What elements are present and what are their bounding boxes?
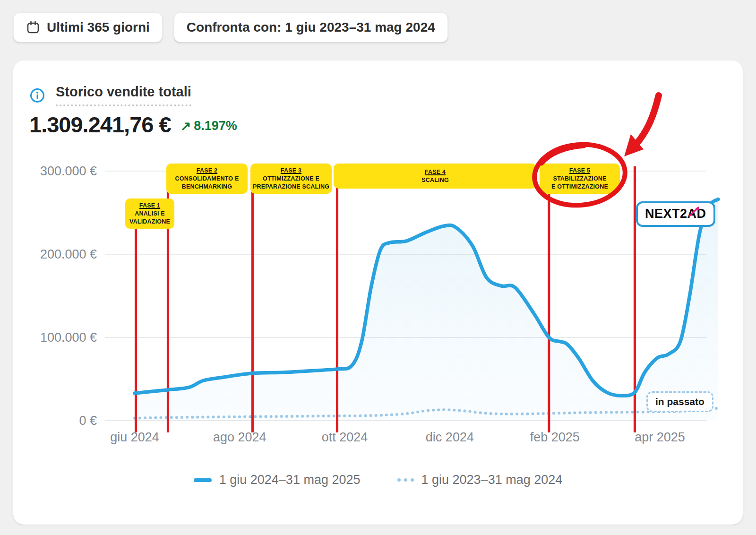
phase-box-fase-4: FASE 4 SCALING	[334, 164, 537, 189]
phase-box-fase-2: FASE 2 CONSOLIDAMENTO E BENCHMARKING	[166, 164, 248, 194]
svg-text:ott 2024: ott 2024	[322, 430, 368, 444]
x-axis-labels: giu 2024ago 2024ott 2024dic 2024feb 2025…	[110, 430, 685, 444]
phase-box-fase-1: FASE 1 ANALISI E VALIDAZIONE	[125, 198, 174, 229]
trend-up-icon: ↗	[180, 119, 191, 134]
legend-item-past: 1 giu 2023–31 mag 2024	[397, 473, 563, 487]
total-sales-value: 1.309.241,76 €	[29, 112, 171, 138]
compare-button[interactable]: Confronta con: 1 giu 2023–31 mag 2024	[174, 12, 448, 43]
brand-logo: NEXT2AD	[636, 201, 715, 227]
info-icon[interactable]	[29, 87, 45, 104]
date-range-button[interactable]: Ultimi 365 giorni	[13, 12, 163, 43]
y-axis-labels: 300.000 €200.000 €100.000 €0 €	[40, 164, 97, 428]
svg-text:apr 2025: apr 2025	[635, 430, 685, 444]
svg-text:100.000 €: 100.000 €	[40, 330, 97, 345]
date-range-label: Ultimi 365 giorni	[47, 20, 150, 35]
svg-text:300.000 €: 300.000 €	[40, 164, 97, 178]
svg-text:feb 2025: feb 2025	[530, 430, 580, 444]
calendar-icon	[26, 20, 40, 35]
chart-legend: 1 giu 2024–31 mag 2025 1 giu 2023–31 mag…	[13, 473, 743, 487]
sales-chart[interactable]: 300.000 €200.000 €100.000 €0 € giu 2024a…	[13, 155, 743, 448]
toolbar: Ultimi 365 giorni Confronta con: 1 giu 2…	[13, 12, 448, 43]
svg-text:200.000 €: 200.000 €	[40, 247, 97, 261]
svg-text:ago 2024: ago 2024	[213, 430, 266, 444]
delta-percent: 8.197%	[194, 119, 237, 133]
svg-text:0 €: 0 €	[79, 414, 97, 428]
svg-text:dic 2024: dic 2024	[426, 430, 474, 444]
delta-badge: ↗ 8.197%	[180, 116, 237, 134]
sales-history-card: Storico vendite totali 1.309.241,76 € ↗ …	[13, 60, 743, 525]
svg-text:giu 2024: giu 2024	[110, 430, 159, 444]
brand-logo-pink-arrow-icon	[688, 206, 701, 221]
phase-box-fase-5: FASE 5 STABILIZZAZIONE E OTTIMIZZAZIONE	[540, 164, 620, 194]
highlight-arrow	[635, 95, 659, 146]
compare-label: Confronta con: 1 giu 2023–31 mag 2024	[187, 20, 435, 35]
past-period-tag: in passato	[646, 391, 713, 412]
solid-line-swatch-icon	[194, 478, 212, 482]
legend-item-current: 1 giu 2024–31 mag 2025	[194, 473, 361, 487]
page-title[interactable]: Storico vendite totali	[56, 84, 191, 106]
dotted-line-swatch-icon	[397, 478, 414, 482]
phase-box-fase-3: FASE 3 OTTIMIZZAZIONE E PREPARAZIONE SCA…	[250, 164, 332, 194]
